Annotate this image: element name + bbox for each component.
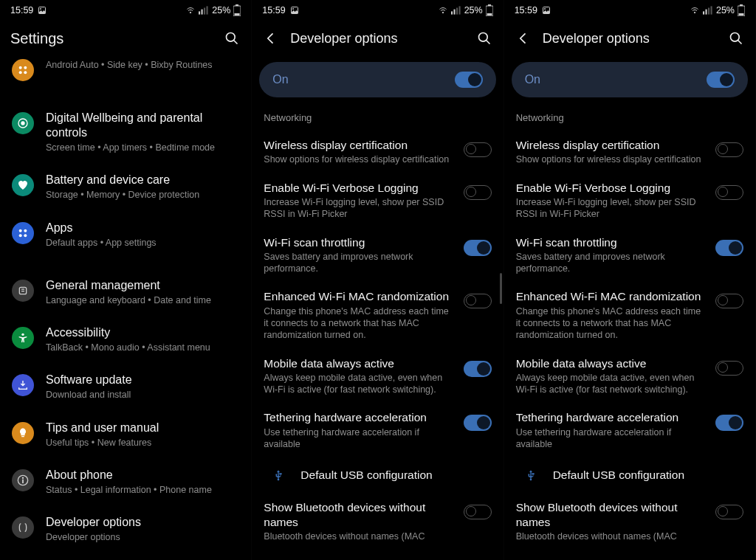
image-icon bbox=[38, 6, 47, 15]
svg-point-1 bbox=[40, 8, 41, 10]
item-title: Mobile data always active bbox=[264, 356, 454, 370]
settings-subtitle: Useful tips • New features bbox=[46, 437, 239, 449]
svg-point-32 bbox=[442, 12, 444, 13]
settings-header: Settings bbox=[0, 21, 251, 56]
master-toggle[interactable] bbox=[455, 72, 483, 88]
settings-subtitle: Developer options bbox=[46, 531, 239, 543]
toggle[interactable] bbox=[715, 415, 743, 431]
back-button[interactable] bbox=[515, 30, 532, 47]
dev-item-bt[interactable]: Show Bluetooth devices without names Blu… bbox=[504, 493, 755, 550]
item-title: Wi-Fi scan throttling bbox=[516, 235, 707, 249]
svg-point-19 bbox=[24, 229, 27, 232]
settings-item[interactable]: Digital Wellbeing and parental controls … bbox=[0, 101, 251, 163]
toggle[interactable] bbox=[464, 240, 492, 256]
search-button[interactable] bbox=[223, 30, 241, 47]
back-button[interactable] bbox=[262, 30, 280, 47]
settings-title: Software update bbox=[46, 373, 239, 387]
developer-pane-b: 15:59 25% Developer options On Networkin… bbox=[504, 0, 756, 560]
item-subtitle: Increase Wi-Fi logging level, show per S… bbox=[516, 196, 707, 221]
developer-pane-a: 15:59 25% Developer options On Networkin… bbox=[252, 0, 504, 560]
page-title: Settings bbox=[10, 30, 213, 47]
svg-point-21 bbox=[24, 234, 27, 237]
dev-item[interactable]: Enhanced Wi-Fi MAC randomization Change … bbox=[252, 282, 503, 348]
dev-item-bt[interactable]: Show Bluetooth devices without names Blu… bbox=[252, 493, 503, 550]
master-toggle-label: On bbox=[272, 73, 288, 86]
svg-rect-5 bbox=[204, 8, 205, 15]
status-time: 15:59 bbox=[262, 5, 285, 15]
settings-item[interactable]: Battery and device care Storage • Memory… bbox=[0, 163, 251, 210]
default-usb-item[interactable]: Default USB configuration bbox=[504, 457, 755, 493]
item-subtitle: Saves battery and improves network perfo… bbox=[516, 251, 707, 275]
svg-point-17 bbox=[21, 122, 24, 125]
settings-title: Tips and user manual bbox=[46, 421, 239, 435]
wifi-icon bbox=[438, 6, 448, 15]
settings-subtitle: Download and install bbox=[46, 389, 239, 401]
master-toggle-row[interactable]: On bbox=[512, 62, 748, 97]
toggle[interactable] bbox=[464, 505, 492, 519]
search-icon bbox=[477, 31, 492, 46]
dev-item[interactable]: Mobile data always active Always keep mo… bbox=[252, 349, 503, 404]
dev-item[interactable]: Wireless display certification Show opti… bbox=[252, 131, 503, 173]
item-title: Wireless display certification bbox=[516, 138, 707, 152]
settings-item[interactable]: About phone Status • Legal information •… bbox=[0, 458, 251, 505]
dev-item[interactable]: Wi-Fi scan throttling Saves battery and … bbox=[504, 228, 755, 283]
item-title: Enhanced Wi-Fi MAC randomization bbox=[516, 289, 707, 303]
default-usb-item[interactable]: Default USB configuration bbox=[252, 457, 503, 493]
toggle[interactable] bbox=[715, 240, 743, 256]
dev-item[interactable]: Wireless display certification Show opti… bbox=[504, 131, 755, 173]
master-toggle-row[interactable]: On bbox=[259, 62, 495, 97]
dev-item[interactable]: Tethering hardware acceleration Use teth… bbox=[504, 403, 755, 457]
settings-item[interactable]: General management Language and keyboard… bbox=[0, 269, 251, 316]
settings-title: Developer options bbox=[46, 515, 239, 530]
svg-point-40 bbox=[478, 33, 487, 42]
settings-item[interactable]: Developer options Developer options bbox=[0, 505, 251, 553]
search-icon bbox=[729, 31, 743, 46]
settings-item[interactable]: Accessibility TalkBack • Mono audio • As… bbox=[0, 316, 251, 363]
section-networking: Networking bbox=[252, 108, 503, 131]
svg-point-31 bbox=[292, 8, 294, 10]
item-title: Tethering hardware acceleration bbox=[264, 410, 454, 424]
settings-title: Battery and device care bbox=[46, 173, 239, 187]
dev-item[interactable]: Mobile data always active Always keep mo… bbox=[504, 349, 755, 404]
settings-item[interactable]: Software update Download and install bbox=[0, 363, 251, 410]
search-button[interactable] bbox=[475, 30, 493, 47]
toggle[interactable] bbox=[464, 415, 492, 431]
dev-item[interactable]: Tethering hardware acceleration Use teth… bbox=[252, 403, 503, 457]
svg-line-11 bbox=[234, 41, 238, 44]
dev-icon bbox=[12, 516, 34, 539]
status-bar: 15:59 25% bbox=[504, 0, 755, 21]
dev-item[interactable]: Wi-Fi scan throttling Saves battery and … bbox=[252, 228, 503, 283]
toggle[interactable] bbox=[464, 294, 492, 308]
settings-item[interactable]: Tips and user manual Useful tips • New f… bbox=[0, 411, 251, 458]
settings-subtitle: Storage • Memory • Device protection bbox=[46, 189, 239, 201]
dev-item[interactable]: Enable Wi-Fi Verbose Logging Increase Wi… bbox=[252, 173, 503, 228]
svg-rect-33 bbox=[451, 11, 453, 14]
toggle[interactable] bbox=[464, 142, 492, 157]
master-toggle[interactable] bbox=[707, 72, 735, 88]
toggle[interactable] bbox=[715, 505, 743, 519]
toggle[interactable] bbox=[715, 361, 743, 376]
dev-item[interactable]: Enable Wi-Fi Verbose Logging Increase Wi… bbox=[504, 173, 755, 228]
svg-point-25 bbox=[21, 333, 24, 336]
signal-icon bbox=[703, 6, 713, 15]
toggle[interactable] bbox=[715, 185, 743, 200]
care-icon bbox=[12, 174, 34, 196]
svg-point-28 bbox=[22, 477, 24, 478]
settings-item-advanced-features[interactable]: Android Auto • Side key • Bixby Routines bbox=[0, 58, 251, 91]
svg-point-13 bbox=[24, 66, 27, 69]
usb-title: Default USB configuration bbox=[553, 469, 684, 482]
toggle[interactable] bbox=[715, 294, 743, 308]
toggle[interactable] bbox=[715, 142, 743, 157]
toggle[interactable] bbox=[464, 361, 492, 377]
svg-point-14 bbox=[19, 71, 22, 74]
settings-item[interactable]: Apps Default apps • App settings bbox=[0, 211, 251, 258]
image-icon bbox=[542, 6, 551, 15]
svg-rect-6 bbox=[207, 6, 208, 14]
scrollbar[interactable] bbox=[500, 273, 502, 304]
toggle[interactable] bbox=[464, 185, 492, 200]
chevron-left-icon bbox=[264, 31, 278, 46]
dev-item[interactable]: Enhanced Wi-Fi MAC randomization Change … bbox=[504, 282, 755, 348]
search-button[interactable] bbox=[727, 30, 745, 47]
svg-rect-3 bbox=[199, 11, 200, 14]
item-subtitle: Increase Wi-Fi logging level, show per S… bbox=[264, 196, 454, 221]
